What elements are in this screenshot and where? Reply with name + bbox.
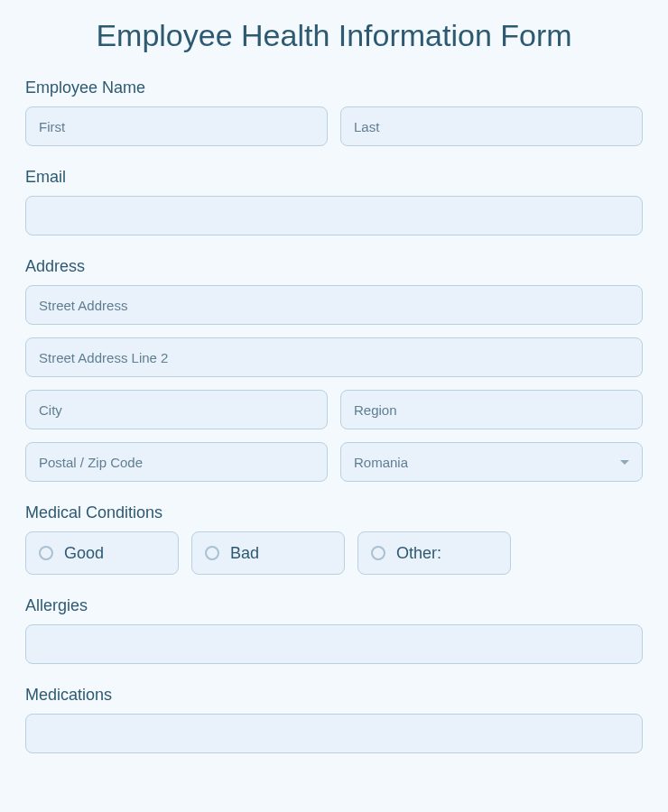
country-select[interactable]: Romania	[340, 442, 643, 482]
medications-input[interactable]	[25, 714, 643, 753]
radio-icon	[371, 546, 385, 560]
city-input[interactable]	[25, 390, 328, 429]
email-input[interactable]	[25, 196, 643, 235]
medical-condition-bad[interactable]: Bad	[191, 531, 345, 575]
street-address-input[interactable]	[25, 285, 643, 325]
country-selected-value: Romania	[354, 455, 408, 470]
address-label: Address	[25, 257, 643, 276]
region-input[interactable]	[340, 390, 643, 429]
form-title: Employee Health Information Form	[25, 18, 643, 53]
radio-label-bad: Bad	[230, 544, 259, 563]
medical-condition-good[interactable]: Good	[25, 531, 179, 575]
employee-name-group: Employee Name	[25, 78, 643, 146]
address-group: Address Romania	[25, 257, 643, 482]
allergies-input[interactable]	[25, 624, 643, 664]
chevron-down-icon	[620, 460, 629, 465]
first-name-input[interactable]	[25, 106, 328, 146]
radio-icon	[205, 546, 219, 560]
postal-code-input[interactable]	[25, 442, 328, 482]
email-group: Email	[25, 168, 643, 235]
radio-label-other: Other:	[396, 544, 441, 563]
allergies-label: Allergies	[25, 596, 643, 615]
medications-label: Medications	[25, 686, 643, 705]
medications-group: Medications	[25, 686, 643, 753]
radio-icon	[39, 546, 53, 560]
email-label: Email	[25, 168, 643, 187]
last-name-input[interactable]	[340, 106, 643, 146]
medical-conditions-group: Medical Conditions Good Bad Other:	[25, 503, 643, 575]
medical-conditions-label: Medical Conditions	[25, 503, 643, 522]
employee-name-label: Employee Name	[25, 78, 643, 97]
street-address-2-input[interactable]	[25, 337, 643, 377]
allergies-group: Allergies	[25, 596, 643, 664]
radio-label-good: Good	[64, 544, 104, 563]
medical-condition-other[interactable]: Other:	[357, 531, 511, 575]
